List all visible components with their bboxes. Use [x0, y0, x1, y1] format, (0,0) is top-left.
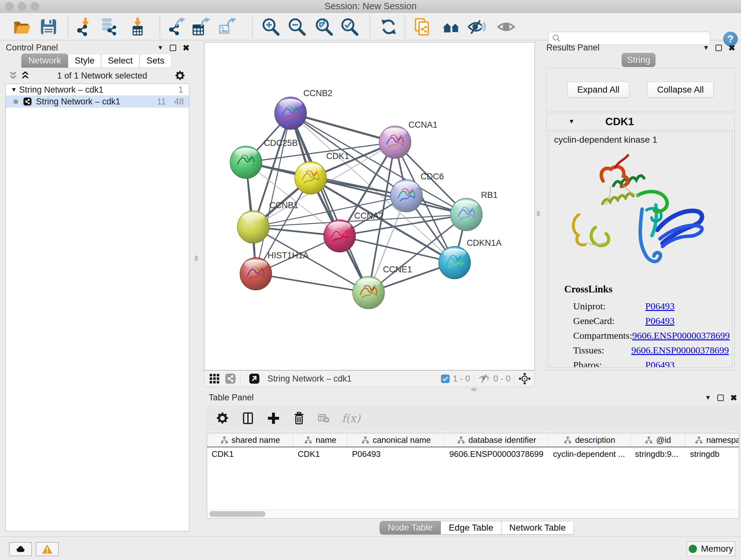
table-toolbar: f(x)	[207, 406, 739, 430]
collection-expander-icon[interactable]: ▼	[11, 86, 19, 93]
duplicate-network-icon[interactable]	[412, 17, 431, 37]
horizontal-scrollbar[interactable]	[207, 509, 738, 518]
panel-menu-icon[interactable]: ▼	[703, 44, 709, 51]
edge-b2-e1[interactable]	[290, 113, 368, 293]
table-cell[interactable]: stringdb:9...	[630, 449, 685, 459]
column-header-canonical-name[interactable]: canonical name	[347, 433, 445, 447]
network-node-CDC6[interactable]: CDC6	[391, 172, 444, 212]
column-header-database-identifier[interactable]: database identifier	[445, 433, 549, 447]
network-collection-row[interactable]: ▼ String Network – cdk1 1	[6, 84, 189, 96]
close-panel-icon[interactable]: ✖	[730, 394, 737, 402]
crosslink-label: Tissues:	[573, 345, 631, 356]
close-panel-icon[interactable]: ✖	[728, 44, 735, 52]
export-table-icon[interactable]	[192, 17, 211, 37]
column-header-description[interactable]: description	[549, 433, 630, 447]
table-cell[interactable]: P06493	[347, 449, 445, 459]
minimize-window-button[interactable]	[18, 2, 26, 10]
zoom-in-icon[interactable]	[261, 17, 280, 37]
float-panel-icon[interactable]	[170, 45, 176, 51]
table-options-gear-icon[interactable]	[215, 411, 229, 425]
horizontal-splitter-handle[interactable]	[471, 388, 477, 391]
import-table-file-icon[interactable]	[128, 17, 147, 37]
add-column-icon[interactable]	[266, 411, 280, 425]
table-cell[interactable]: stringdb	[685, 449, 739, 459]
tab-edge-table[interactable]: Edge Table	[441, 521, 501, 535]
open-session-icon[interactable]	[12, 17, 31, 37]
network-node-CCNA1[interactable]: CCNA1	[379, 120, 437, 159]
network-node-HIST1H1A[interactable]: HIST1H1A	[240, 251, 309, 290]
float-panel-icon[interactable]	[716, 45, 722, 51]
export-image-icon[interactable]	[218, 17, 237, 37]
zoom-out-icon[interactable]	[287, 17, 307, 37]
panel-menu-icon[interactable]: ▼	[157, 44, 163, 51]
gene-expander-icon[interactable]: ▼	[568, 118, 575, 125]
panel-menu-icon[interactable]: ▼	[704, 394, 711, 401]
table-row[interactable]: CDK1CDK1P064939606.ENSP00000378699cyclin…	[207, 447, 739, 461]
crosslink-link[interactable]: P06493	[645, 360, 675, 368]
column-header--id[interactable]: @id	[630, 433, 685, 447]
tab-network[interactable]: Network	[21, 54, 68, 68]
float-panel-icon[interactable]	[718, 395, 724, 401]
crosslink-link[interactable]: 9606.ENSP00000378699	[632, 330, 730, 341]
first-neighbors-icon[interactable]	[442, 17, 461, 37]
edge-a2-kn[interactable]	[340, 236, 455, 263]
network-node-CCNE1[interactable]: CCNE1	[353, 265, 412, 309]
column-header-shared-name[interactable]: shared name	[207, 433, 293, 447]
network-view-icon[interactable]	[224, 373, 237, 385]
gene-header-row[interactable]: ▼ CDK1	[547, 113, 734, 130]
tab-sets[interactable]: Sets	[139, 54, 172, 68]
network-name: String Network – cdk1	[36, 97, 157, 107]
zoom-selected-icon[interactable]	[340, 17, 359, 37]
show-columns-icon[interactable]	[241, 411, 255, 425]
network-row-selected[interactable]: String Network – cdk1 11 48	[6, 96, 189, 108]
table-cell[interactable]: cyclin-dependent ...	[549, 449, 630, 459]
tab-node-table[interactable]: Node Table	[380, 521, 441, 535]
collapse-all-button[interactable]: Collapse All	[647, 82, 714, 98]
scrollbar-thumb[interactable]	[209, 511, 266, 517]
network-options-gear-icon[interactable]	[174, 70, 186, 81]
detach-view-icon[interactable]	[248, 373, 260, 385]
tab-select[interactable]: Select	[101, 54, 139, 68]
network-canvas[interactable]: CCNB2CCNA1CDC25BCDK1CDC6RB1CCNB1CCNA2CDK…	[204, 42, 535, 370]
selected-checkbox[interactable]	[441, 374, 450, 383]
crosslink-link[interactable]: P06493	[645, 301, 675, 312]
cloud-status-button[interactable]	[9, 542, 32, 556]
show-hide-graphics-icon[interactable]	[467, 17, 486, 37]
table-cell[interactable]: CDK1	[293, 449, 347, 459]
column-header-namespace[interactable]: namespace	[685, 433, 739, 447]
save-session-icon[interactable]	[39, 17, 58, 37]
network-node-CDKN1A[interactable]: CDKN1A	[439, 238, 502, 279]
grid-view-icon[interactable]	[208, 373, 220, 385]
expand-all-button[interactable]: Expand All	[567, 82, 629, 98]
warnings-button[interactable]	[36, 542, 59, 556]
zoom-fit-icon[interactable]	[314, 17, 333, 37]
table-cell[interactable]: CDK1	[207, 449, 293, 459]
collapse-all-networks-icon[interactable]	[8, 71, 18, 80]
tab-string[interactable]: String	[622, 53, 656, 67]
close-window-button[interactable]	[5, 2, 13, 10]
crosslink-link[interactable]: 9606.ENSP00000378699	[631, 345, 729, 356]
preview-eye-icon[interactable]	[496, 17, 516, 37]
memory-button[interactable]: Memory	[687, 542, 735, 556]
node-label: CCNB1	[269, 200, 298, 210]
column-header-name[interactable]: name	[293, 433, 347, 447]
export-network-icon[interactable]	[166, 17, 186, 37]
left-splitter-handle[interactable]	[195, 255, 198, 261]
tab-network-table[interactable]: Network Table	[501, 521, 574, 535]
control-panel-tabs: Network Style Select Sets	[21, 54, 172, 68]
zoom-window-button[interactable]	[30, 2, 39, 10]
refresh-view-icon[interactable]	[379, 17, 398, 37]
birdseye-crosshair-icon[interactable]	[519, 373, 531, 385]
delete-column-icon[interactable]	[292, 411, 306, 425]
expand-all-networks-icon[interactable]	[20, 71, 30, 80]
network-node-CCNB1[interactable]: CCNB1	[238, 200, 298, 243]
table-cell[interactable]: 9606.ENSP00000378699	[445, 449, 549, 459]
crosslink-link[interactable]: P06493	[645, 315, 675, 326]
tab-style[interactable]: Style	[68, 54, 101, 68]
import-network-file-icon[interactable]	[75, 17, 94, 37]
network-node-CDK1[interactable]: CDK1	[294, 151, 349, 194]
import-network-database-icon[interactable]	[99, 17, 119, 37]
right-splitter-handle[interactable]	[537, 211, 540, 216]
close-panel-icon[interactable]: ✖	[183, 44, 190, 52]
network-node-RB1[interactable]: RB1	[451, 190, 498, 231]
